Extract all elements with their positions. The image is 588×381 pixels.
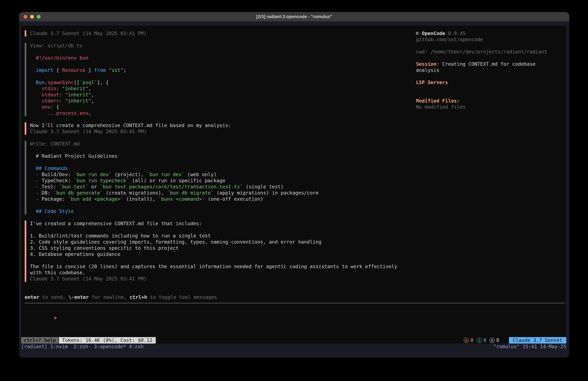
terminal-line: # Radiant Project Guidelines: [30, 153, 318, 159]
terminal-line: [416, 73, 569, 79]
terminal-line: analysis: [416, 67, 569, 73]
opencode-tui: Claude 3.7 Sonnet (14 May 2025 03:41 PM)…: [21, 25, 566, 344]
tokens-cost-badge: Tokens: 16.4K (8%), Cost: $0.12: [59, 337, 156, 344]
terminal-line: stderr: "inherit",: [30, 98, 126, 104]
w-count: w0: [464, 337, 473, 343]
message-accent-bar: [25, 30, 26, 37]
block-body: Write: CONTEXT.md # Radiant Project Guid…: [30, 141, 318, 214]
input-area: enter to send, \+enter for newline, ctrl…: [25, 294, 565, 315]
desktop: [2/3] radiant:3:opencode - "romulus" Cla…: [0, 0, 588, 381]
i-count: i0: [477, 337, 486, 343]
terminal-line: Modified Files:: [416, 98, 569, 104]
h-count: h0: [490, 337, 499, 343]
block-body: I've created a comprehensive CONTEXT.md …: [30, 221, 397, 282]
terminal-line: cwd: /home/thdxr/dev/projects/radiant/ra…: [416, 49, 569, 55]
window-title: [2/3] radiant:3:opencode - "romulus": [256, 14, 332, 19]
input-separator: [25, 303, 565, 303]
terminal-line: Bun.spawnSync([`psql`], {: [30, 79, 126, 86]
terminal-line: ## Code Style: [30, 208, 318, 214]
h-circle-icon: h: [490, 338, 495, 343]
terminal-line: with this codebase.: [30, 269, 397, 276]
terminal-line: - DB: `bun db generate` (create migratio…: [30, 190, 318, 196]
terminal-line: - Package: `bun add <package>` (install)…: [30, 196, 318, 202]
terminal-line: #!/usr/bin/env bun: [30, 55, 126, 61]
terminal-line: View: script/db.ts: [30, 43, 126, 49]
terminal-line: LSP Servers: [416, 79, 569, 86]
window-titlebar[interactable]: [2/3] radiant:3:opencode - "romulus": [19, 12, 569, 21]
terminal-line: import { Resource } from "sst";: [30, 67, 126, 73]
count-value: 0: [496, 337, 499, 343]
assistant-message: Claude 3.7 Sonnet (14 May 2025 03:41 PM): [25, 30, 417, 37]
chat-transcript: Claude 3.7 Sonnet (14 May 2025 03:41 PM)…: [25, 30, 417, 282]
terminal-line: ...process.env,: [30, 110, 126, 116]
terminal-line: [416, 43, 569, 49]
terminal-line: [416, 86, 569, 92]
assistant-message: Now I'll create a comprehensive CONTEXT.…: [25, 122, 417, 135]
terminal-line: - TypeCheck: `bun run typecheck` (all) o…: [30, 178, 318, 184]
terminal-line: [30, 257, 397, 264]
tmux-window-1nvim[interactable]: 1:nvim: [50, 344, 68, 350]
message-accent-bar: [25, 122, 26, 135]
session-sidebar: © OpenCode 0.0.45github.com/sst/opencode…: [416, 30, 569, 110]
block-gap: [25, 116, 417, 122]
terminal-line: Claude 3.7 Sonnet (14 May 2025 03:41 PM): [30, 129, 231, 135]
terminal-line: - Build/Dev: `bun run dev` (project), `b…: [30, 171, 318, 178]
minimize-button[interactable]: [30, 15, 34, 19]
statusbar-spacer: [156, 337, 464, 344]
tmux-window-list: [radiant]1:nvim2:zsh-3:opencode*4:zsh: [21, 344, 146, 350]
terminal-line: No modified files: [416, 104, 569, 110]
message-input[interactable]: >: [25, 309, 565, 315]
terminal-line: [30, 73, 126, 79]
terminal-line: [416, 92, 569, 98]
help-badge[interactable]: ctrl+? help: [21, 337, 58, 344]
terminal-line: [30, 202, 318, 208]
terminal-window: [2/3] radiant:3:opencode - "romulus" Cla…: [19, 12, 569, 358]
diagnostic-counts: w0i0h0: [464, 337, 499, 344]
block-gap: [25, 214, 417, 221]
terminal-line: Claude 3.7 Sonnet (14 May 2025 03:41 PM): [30, 276, 397, 282]
terminal-line: The file is concise (20 lines) and captu…: [30, 264, 397, 269]
i-circle-icon: i: [477, 338, 482, 343]
message-accent-bar: [25, 221, 26, 282]
terminal-line: [416, 55, 569, 61]
terminal-line: 1. Build/lint/test commands including ho…: [30, 233, 397, 239]
model-badge[interactable]: Claude 3.7 Sonnet: [509, 337, 566, 344]
terminal-line: - Test: `bun test` or `bun test packages…: [30, 184, 318, 190]
status-bar: ctrl+? help Tokens: 16.4K (8%), Cost: $0…: [21, 337, 566, 344]
terminal-line: github.com/sst/opencode: [416, 37, 569, 43]
traffic-lights: [23, 12, 41, 21]
terminal-line: 4. Database operations guidance: [30, 251, 397, 257]
terminal-line: Write: CONTEXT.md: [30, 141, 318, 147]
tmux-status-bar: [radiant]1:nvim2:zsh-3:opencode*4:zsh "r…: [21, 344, 566, 350]
block-body: View: script/db.ts #!/usr/bin/env bun im…: [30, 43, 126, 116]
block-body: Claude 3.7 Sonnet (14 May 2025 03:41 PM): [30, 30, 147, 37]
zoom-button[interactable]: [37, 15, 41, 19]
terminal-line: env: {: [30, 104, 126, 110]
terminal-line: Session: Creating CONTEXT.md for codebas…: [416, 61, 569, 67]
tool-call-block: Write: CONTEXT.md # Radiant Project Guid…: [25, 141, 417, 214]
block-body: Now I'll create a comprehensive CONTEXT.…: [30, 122, 231, 135]
close-button[interactable]: [23, 15, 27, 19]
tool-accent-bar: [25, 43, 26, 116]
terminal-line: 3. CSS styling conventions specific to t…: [30, 245, 397, 251]
terminal-line: [30, 61, 126, 67]
tool-accent-bar: [25, 141, 26, 214]
terminal-line: I've created a comprehensive CONTEXT.md …: [30, 221, 397, 227]
terminal-line: [30, 159, 318, 165]
tmux-right-status: "romulus" 15:41 14-May-25: [493, 344, 566, 350]
assistant-message: I've created a comprehensive CONTEXT.md …: [25, 221, 417, 282]
terminal-line: Claude 3.7 Sonnet (14 May 2025 03:41 PM): [30, 30, 147, 37]
terminal-line: [30, 49, 126, 55]
tmux-session-name: [radiant]: [21, 344, 47, 350]
tmux-window-3opencode[interactable]: 3:opencode*: [94, 344, 126, 350]
terminal-line: [30, 227, 397, 233]
tmux-spacer: [146, 344, 493, 350]
tmux-window-4zsh[interactable]: 4:zsh: [129, 344, 144, 350]
block-gap: [25, 135, 417, 141]
tmux-window-2zsh[interactable]: 2:zsh-: [74, 344, 91, 350]
count-value: 0: [483, 337, 486, 343]
prompt-icon: >: [54, 315, 57, 321]
tool-call-block: View: script/db.ts #!/usr/bin/env bun im…: [25, 43, 417, 116]
terminal-line: stdin: "inherit",: [30, 86, 126, 92]
keybind-hint: enter to send, \+enter for newline, ctrl…: [25, 294, 565, 300]
